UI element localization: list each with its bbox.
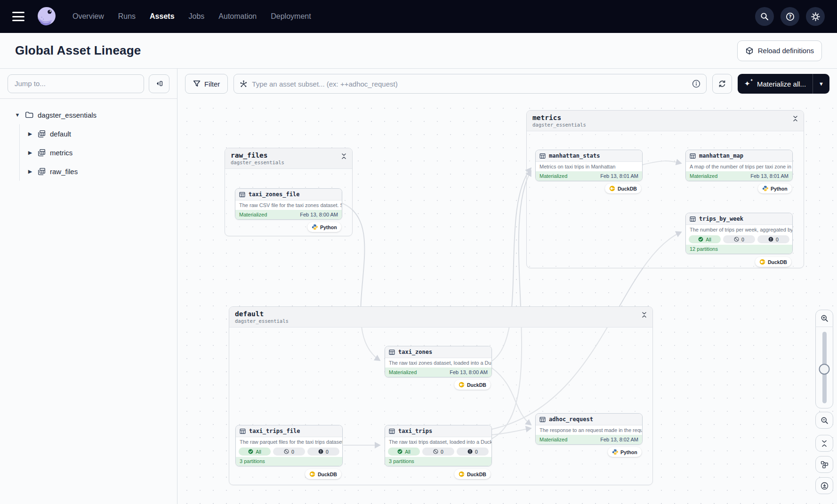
kind-badge-label: Python (320, 224, 337, 230)
kind-badge-duckdb[interactable]: DuckDB (605, 184, 641, 193)
materialized-status: Materialized (539, 173, 567, 179)
asset-subset-input[interactable] (252, 80, 688, 88)
graph-layout-icon (821, 461, 829, 469)
group-subtitle: dagster_essentials (532, 122, 586, 128)
partitions-failed-pill[interactable]: 0 (457, 448, 489, 456)
materialize-dropdown-button[interactable]: ▼ (813, 74, 829, 94)
duckdb-icon (759, 259, 765, 265)
asset-node-manhattan-stats[interactable]: manhattan_stats Metrics on taxi trips in… (535, 150, 643, 181)
materialized-timestamp: Feb 13, 8:02 AM (600, 437, 638, 442)
zoom-out-button[interactable] (815, 412, 833, 429)
kind-badge-label: DuckDB (467, 382, 486, 388)
tree-folder-dagster-essentials[interactable]: ▼ dagster_essentials (0, 105, 177, 124)
collapse-group-icon[interactable] (793, 116, 798, 121)
partitions-success-pill[interactable]: All (388, 448, 420, 456)
nav-item-assets[interactable]: Assets (150, 12, 174, 21)
asset-description: A map of the number of trips per taxi zo… (686, 162, 792, 171)
page-title: Global Asset Lineage (15, 43, 141, 58)
search-button[interactable] (755, 7, 774, 26)
asset-node-trips-by-week[interactable]: trips_by_week The number of trips per we… (685, 213, 793, 254)
partitions-missing-pill[interactable]: 0 (723, 235, 755, 243)
info-icon[interactable] (692, 80, 700, 88)
asset-group-icon (38, 168, 46, 176)
asset-name: taxi_zones_file (249, 191, 299, 198)
jump-to-input[interactable] (8, 74, 144, 93)
kind-badge-python[interactable]: Python (307, 222, 341, 232)
kind-badge-python[interactable]: Python (758, 184, 792, 193)
check-circle-icon (698, 237, 703, 242)
collapse-group-icon[interactable] (341, 153, 346, 159)
table-icon (240, 428, 246, 434)
collapse-group-icon[interactable] (642, 312, 647, 318)
slash-circle-icon (734, 237, 739, 242)
group-title: raw_files (231, 152, 284, 160)
exclamation-circle-icon (768, 237, 773, 242)
partitions-missing-pill[interactable]: 0 (273, 448, 305, 456)
partitions-failed-pill[interactable]: 0 (757, 235, 789, 243)
group-header[interactable]: default dagster_essentials (229, 307, 652, 328)
nav-item-jobs[interactable]: Jobs (189, 12, 205, 21)
asset-name: taxi_trips (398, 428, 432, 434)
kind-badge-duckdb[interactable]: DuckDB (755, 257, 791, 267)
top-navbar: Overview Runs Assets Jobs Automation Dep… (0, 0, 837, 33)
asset-node-taxi-trips[interactable]: taxi_trips The raw taxi trips dataset, l… (385, 425, 492, 466)
kind-badge-duckdb[interactable]: DuckDB (305, 469, 341, 479)
caret-right-icon[interactable]: ▶ (27, 168, 33, 175)
svg-text:?: ? (789, 14, 791, 20)
collapse-all-groups-button[interactable] (815, 435, 833, 452)
nav-item-automation[interactable]: Automation (218, 12, 257, 21)
group-header[interactable]: raw_files dagster_essentials (225, 148, 352, 169)
table-icon (539, 153, 546, 159)
arrange-layout-button[interactable] (815, 456, 833, 473)
asset-name: manhattan_stats (549, 152, 600, 159)
partitions-failed-pill[interactable]: 0 (307, 448, 339, 456)
tree-group-metrics[interactable]: ▶ metrics (20, 143, 177, 162)
op-selector-icon (240, 80, 248, 88)
lineage-canvas[interactable]: raw_files dagster_essentials metrics dag… (177, 99, 837, 504)
refresh-icon (718, 80, 726, 88)
kind-badge-duckdb[interactable]: DuckDB (454, 469, 491, 479)
zoom-slider-thumb[interactable] (819, 364, 830, 375)
kind-badge-label: Python (771, 186, 788, 192)
zoom-in-button[interactable] (815, 310, 833, 327)
tree-group-raw-files[interactable]: ▶ raw_files (20, 162, 177, 181)
asset-node-adhoc-request[interactable]: adhoc_request The response to an request… (535, 413, 643, 445)
refresh-graph-button[interactable] (712, 74, 732, 94)
partitions-missing-pill[interactable]: 0 (422, 448, 454, 456)
kind-badge-label: DuckDB (467, 472, 486, 477)
partitions-success-pill[interactable]: All (689, 235, 721, 243)
help-button[interactable]: ? (781, 7, 799, 26)
tree-group-default[interactable]: ▶ default (20, 124, 177, 143)
materialize-all-button[interactable]: ✦✦ Materialize all... ▼ (738, 74, 829, 94)
download-image-button[interactable] (815, 477, 833, 494)
asset-node-taxi-trips-file[interactable]: taxi_trips_file The raw parquet files fo… (235, 425, 343, 466)
group-subtitle: dagster_essentials (235, 318, 289, 324)
zoom-slider[interactable] (816, 327, 833, 408)
tree-group-label: raw_files (50, 168, 78, 176)
reload-definitions-button[interactable]: Reload definitions (737, 40, 822, 61)
settings-button[interactable] (806, 7, 825, 26)
download-icon (821, 482, 829, 490)
filter-button[interactable]: Filter (185, 74, 228, 94)
collapse-sidebar-button[interactable] (149, 74, 169, 93)
asset-description: The raw CSV file for the taxi zones data… (235, 200, 342, 210)
duckdb-icon (609, 185, 615, 192)
asset-node-taxi-zones[interactable]: taxi_zones The raw taxi zones dataset, l… (385, 346, 492, 377)
partitions-success-pill[interactable]: All (239, 448, 271, 456)
dagster-logo[interactable] (36, 6, 57, 27)
nav-item-runs[interactable]: Runs (118, 12, 136, 21)
group-header[interactable]: metrics dagster_essentials (527, 111, 804, 131)
asset-subset-field (233, 74, 707, 94)
asset-description: The raw taxi trips dataset, loaded into … (385, 437, 491, 447)
caret-right-icon[interactable]: ▶ (27, 131, 33, 137)
nav-item-overview[interactable]: Overview (72, 12, 104, 21)
kind-badge-python[interactable]: Python (608, 447, 642, 457)
asset-node-taxi-zones-file[interactable]: taxi_zones_file The raw CSV file for the… (235, 188, 342, 220)
asset-node-manhattan-map[interactable]: manhattan_map A map of the number of tri… (685, 150, 793, 181)
kind-badge-duckdb[interactable]: DuckDB (454, 380, 491, 390)
caret-down-icon[interactable]: ▼ (14, 112, 21, 118)
nav-item-deployment[interactable]: Deployment (271, 12, 311, 21)
hamburger-menu-icon[interactable] (12, 12, 24, 21)
exclamation-circle-icon (318, 449, 323, 454)
caret-right-icon[interactable]: ▶ (27, 150, 33, 156)
